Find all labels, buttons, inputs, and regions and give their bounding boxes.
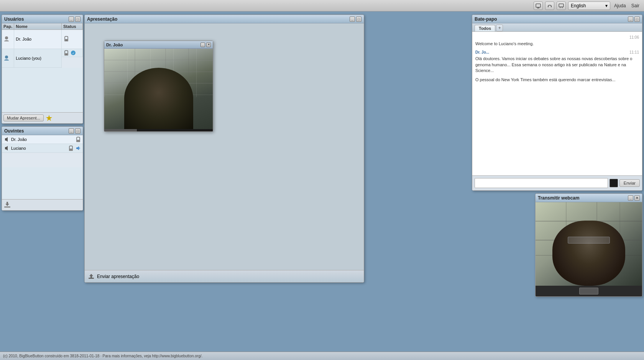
ouvintes-footer <box>2 199 83 210</box>
sair-link[interactable]: Sair <box>630 2 641 9</box>
video-close-btn[interactable]: ✕ <box>206 43 211 47</box>
ouvinte-nome: Dr. João <box>11 137 27 142</box>
video-popup-title: Dr. João <box>106 43 123 47</box>
tab-todos[interactable]: Todos <box>475 25 495 31</box>
topbar: English ▾ Ajuda Sair <box>0 0 644 11</box>
ouvintes-minimize-btn[interactable]: _ <box>69 128 74 134</box>
user-status: ✓ <box>62 49 83 57</box>
msg-text: O pessoal do New York Times também está … <box>475 77 639 83</box>
video-popup-titlebar: Dr. João _ ✕ <box>104 41 213 49</box>
apresentacao-titlebar-buttons: _ □ <box>350 16 361 22</box>
batepapo-minimize-btn[interactable]: _ <box>628 16 633 22</box>
headset-icon[interactable] <box>545 2 554 10</box>
ouvintes-maximize-btn[interactable]: □ <box>75 128 80 134</box>
video-frame <box>104 49 213 129</box>
user-status <box>62 30 83 49</box>
language-arrow-icon: ▾ <box>605 3 608 8</box>
batepapo-titlebar-buttons: _ □ <box>628 16 640 22</box>
svg-rect-21 <box>76 140 80 142</box>
language-select[interactable]: English ▾ <box>568 2 610 10</box>
svg-line-6 <box>560 7 560 8</box>
svg-rect-34 <box>89 278 94 279</box>
user-papel-icon <box>2 30 14 49</box>
volume-icon <box>75 145 81 151</box>
ouvintes-panel: Ouvintes _ □ Dr. João Luciano <box>2 126 83 211</box>
monitor-icon[interactable] <box>557 2 566 10</box>
batepapo-title: Bate-papo <box>475 16 628 22</box>
usuarios-minimize-btn[interactable]: _ <box>69 16 74 22</box>
svg-point-15 <box>66 54 67 55</box>
ouvintes-title: Ouvintes <box>4 128 69 134</box>
ajuda-link[interactable]: Ajuda <box>613 2 628 9</box>
webcam-titlebar: Transmitir webcam _ ✕ <box>536 194 642 202</box>
user-nome: Dr. João <box>14 30 62 49</box>
batepapo-maximize-btn[interactable]: □ <box>634 16 640 22</box>
svg-marker-19 <box>5 137 8 142</box>
users-table: Pap. Nome Status Dr. João <box>2 23 83 68</box>
msg-text: Welcome to Luciano's meeting. <box>475 41 639 47</box>
upload-icon <box>88 273 95 280</box>
apresentacao-titlebar: Apresentação _ □ <box>85 15 364 23</box>
statusbar-text: (c) 2010, BigBlueButton construído em 38… <box>3 354 202 358</box>
tab-add-button[interactable]: + <box>496 25 503 31</box>
chat-message: Dr. Jo... 11:11 Olá doutores. Vamos inic… <box>475 50 639 74</box>
svg-marker-25 <box>76 146 79 150</box>
webcam-minimize-btn[interactable]: _ <box>628 195 633 201</box>
download-icon <box>3 201 11 209</box>
apresentacao-maximize-btn[interactable]: □ <box>356 16 361 22</box>
batepapo-titlebar: Bate-papo _ □ <box>472 15 642 23</box>
svg-point-12 <box>5 56 8 59</box>
webcam-titlebar-buttons: _ ✕ <box>628 195 640 201</box>
svg-marker-27 <box>5 202 9 206</box>
chat-input[interactable] <box>475 178 608 188</box>
webcam-mute-button[interactable] <box>579 288 598 295</box>
video-progress-bar <box>104 129 213 131</box>
speaker-icon <box>3 145 10 151</box>
apresentacao-content: Dr. João _ ✕ <box>85 23 364 282</box>
user-nome: Luciano (you) <box>14 49 62 68</box>
msg-time: 11:06 <box>629 35 639 40</box>
col-papel: Pap. <box>2 23 14 30</box>
batepapo-content: Todos + 11:06 Welcome to Luciano's meeti… <box>472 23 642 190</box>
mudar-apresent-button[interactable]: Mudar Apresent... <box>3 115 44 121</box>
svg-rect-24 <box>69 149 73 151</box>
col-nome: Nome <box>14 23 62 30</box>
star-icon <box>45 114 53 122</box>
usuarios-maximize-btn[interactable]: □ <box>75 16 80 22</box>
webcam-content <box>536 202 642 296</box>
table-row: Dr. João <box>2 30 83 49</box>
list-item: Luciano <box>2 144 83 153</box>
batepapo-tabs: Todos + <box>472 23 642 32</box>
ouvintes-list: Dr. João Luciano <box>2 135 83 167</box>
usuarios-footer: Mudar Apresent... <box>2 112 83 123</box>
msg-text: Olá doutores. Vamos iniciar os debates s… <box>475 56 639 74</box>
svg-marker-22 <box>5 146 8 151</box>
ouvintes-titlebar: Ouvintes _ □ <box>2 127 83 135</box>
webcam-close-btn[interactable]: ✕ <box>634 195 640 201</box>
svg-marker-35 <box>89 274 93 278</box>
col-status: Status <box>62 23 83 30</box>
ouvintes-content: Dr. João Luciano <box>2 135 83 210</box>
enviar-button[interactable]: Enviar <box>619 179 640 187</box>
svg-rect-0 <box>536 4 540 7</box>
chat-message: O pessoal do New York Times também está … <box>475 77 639 83</box>
usuarios-titlebar-buttons: _ □ <box>69 16 80 22</box>
svg-marker-18 <box>46 115 52 121</box>
statusbar: (c) 2010, BigBlueButton construído em 38… <box>0 352 644 360</box>
screen-share-icon[interactable] <box>534 2 543 10</box>
msg-header: 11:06 <box>475 35 639 40</box>
msg-time: 11:11 <box>629 50 639 55</box>
batepapo-panel: Bate-papo _ □ Todos + 11:06 Welcome to L… <box>472 15 642 191</box>
table-row: Luciano (you) ✓ <box>2 49 83 68</box>
usuarios-titlebar: Usuários _ □ <box>2 15 83 23</box>
msg-sender: Dr. Jo... <box>475 50 489 55</box>
list-item: Dr. João <box>2 135 83 144</box>
video-minimize-btn[interactable]: _ <box>200 43 205 47</box>
svg-rect-4 <box>551 6 552 7</box>
apresentacao-title: Apresentação <box>87 16 350 22</box>
apresentacao-minimize-btn[interactable]: _ <box>350 16 355 22</box>
chat-color-button[interactable] <box>610 179 618 187</box>
speaker-icon <box>3 136 10 142</box>
svg-text:✓: ✓ <box>72 52 75 55</box>
enviar-apresentacao-label: Enviar apresentação <box>97 274 139 279</box>
